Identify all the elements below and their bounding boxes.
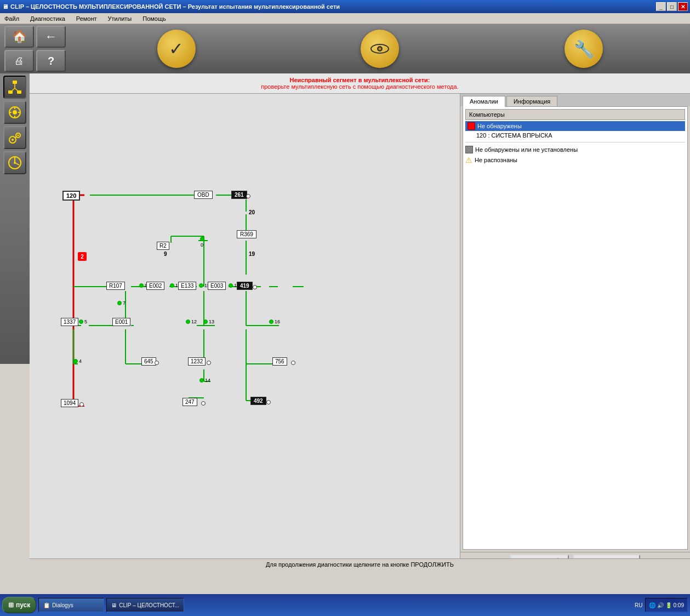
error-line1: Неисправный сегмент в мультиплексной сет…	[33, 77, 687, 83]
back-icon: ←	[45, 30, 57, 44]
sidebar-diagnostic-icon[interactable]	[3, 151, 26, 174]
check-icon: ✓	[169, 38, 184, 59]
tab-content: Компьютеры Не обнаружены 120 : СИСТЕМА В…	[463, 106, 688, 550]
menu-help[interactable]: Помощь	[140, 15, 168, 22]
menu-bar: Файл Диагностика Ремонт Утилиты Помощь	[0, 13, 690, 24]
node-13: 13	[203, 319, 214, 324]
menu-file[interactable]: Файл	[2, 15, 21, 22]
sidebar-network-icon[interactable]	[3, 76, 26, 99]
node-e003[interactable]: E003	[208, 282, 226, 290]
print-icon: 🖨	[14, 55, 24, 67]
right-panel: Аномалии Информация Компьютеры Не обнару…	[460, 94, 690, 569]
node-756-circle	[291, 361, 295, 365]
node-r369[interactable]: R369	[237, 230, 256, 238]
svg-rect-3	[13, 81, 17, 84]
legend-row-1: ⚠ Не распознаны	[465, 155, 685, 166]
sidebar-component-icon[interactable]	[3, 101, 26, 124]
home-button[interactable]: 🏠	[4, 26, 34, 48]
sidebar-gearbox-icon[interactable]	[3, 126, 26, 149]
hint-text: Для продолжения диагностики щелкните на …	[266, 561, 454, 568]
node-1094[interactable]: 1094	[61, 399, 78, 407]
node-19: 19	[249, 250, 255, 257]
close-button[interactable]: ✕	[678, 2, 688, 11]
node-120[interactable]: 120	[62, 191, 80, 201]
title-bar: 🖥 CLIP – ЦЕЛОСТНОСТЬ МУЛЬТИПЛЕКСИРОВАННО…	[0, 0, 690, 13]
node-20: 20	[249, 209, 255, 215]
app0-icon: 📋	[43, 602, 50, 608]
taskbar-right: RU 🌐 🔊 🔋 0:09	[635, 598, 688, 612]
taskbar-app-0[interactable]: 📋 Dialogys	[38, 598, 104, 612]
node-492-circle	[266, 400, 271, 404]
node-419[interactable]: 419	[237, 282, 253, 290]
windows-icon: ⊞	[8, 601, 14, 609]
legend-label-0: Не обнаружены или не установлены	[475, 146, 578, 153]
node-756[interactable]: 756	[272, 357, 287, 366]
computer-item-0[interactable]: Не обнаружены	[465, 121, 685, 131]
tabs: Аномалии Информация	[460, 94, 690, 106]
status-icon-red	[467, 122, 475, 130]
print-button[interactable]: 🖨	[4, 50, 34, 72]
network-diagram[interactable]: 120 OBD 261 20 R369	[30, 94, 460, 569]
node-645-circle	[155, 361, 159, 365]
node-r2[interactable]: R2	[157, 242, 169, 250]
svg-point-10	[13, 110, 17, 115]
home-icon: 🏠	[12, 30, 27, 44]
tab-info[interactable]: Информация	[506, 96, 557, 106]
back-button[interactable]: ←	[36, 26, 66, 48]
error-banner: Неисправный сегмент в мультиплексной сет…	[30, 73, 690, 94]
node-e133[interactable]: E133	[178, 282, 196, 290]
start-button[interactable]: ⊞ пуск	[2, 597, 36, 613]
computer-label-1: 120 : СИСТЕМА ВПРЫСКА	[476, 132, 552, 139]
maximize-button[interactable]: □	[667, 2, 677, 11]
help-button[interactable]: ?	[36, 50, 66, 72]
wrench-icon-button[interactable]: 🔧	[564, 30, 603, 68]
node-1094-circle	[79, 402, 84, 407]
node-14: 14	[199, 378, 210, 383]
node-r107[interactable]: R107	[106, 282, 125, 290]
menu-repair[interactable]: Ремонт	[74, 15, 99, 22]
hint-bar: Для продолжения диагностики щелкните на …	[30, 558, 690, 569]
check-icon-button[interactable]: ✓	[157, 30, 196, 68]
svg-point-2	[379, 48, 381, 50]
lang-label: RU	[635, 602, 642, 608]
computers-header: Компьютеры	[465, 109, 685, 120]
node-e001[interactable]: E001	[112, 318, 130, 326]
node-7: 7	[117, 300, 126, 306]
node-2-marker: 2	[78, 252, 87, 261]
node-5: 5	[79, 319, 87, 324]
volume-tray-icon: 🔊	[657, 602, 664, 608]
node-1337[interactable]: 1337	[61, 318, 78, 326]
app1-label: CLIP – ЦЕЛОСТНОСТ...	[119, 602, 179, 608]
sys-tray: 🌐 🔊 🔋 0:09	[645, 598, 688, 612]
menu-diagnostics[interactable]: Диагностика	[28, 15, 67, 22]
node-247-circle	[201, 401, 206, 406]
node-492[interactable]: 492	[250, 397, 266, 405]
node-obd[interactable]: OBD	[194, 191, 213, 199]
node-645[interactable]: 645	[141, 357, 156, 366]
computer-item-1[interactable]: 120 : СИСТЕМА ВПРЫСКА	[465, 131, 685, 140]
eye-icon-button[interactable]	[361, 30, 399, 68]
toolbar: 🏠 ← 🖨 ? ✓ 🔧	[0, 24, 690, 73]
minimize-button[interactable]: _	[656, 2, 666, 11]
svg-line-19	[15, 137, 16, 138]
separator	[465, 142, 685, 142]
legend-label-1: Не распознаны	[475, 157, 517, 163]
taskbar-app-1[interactable]: 🖥 CLIP – ЦЕЛОСТНОСТ...	[106, 598, 184, 612]
eye-icon	[370, 42, 390, 55]
svg-point-16	[12, 139, 14, 141]
error-line2: проверьте мультиплексную сеть с помощью …	[33, 83, 687, 90]
svg-point-18	[18, 135, 19, 136]
tab-anomaly[interactable]: Аномалии	[463, 96, 505, 107]
menu-utilities[interactable]: Утилиты	[106, 15, 134, 22]
node-e002[interactable]: E002	[146, 282, 164, 290]
svg-point-23	[14, 162, 16, 164]
node-0: 0	[200, 237, 204, 248]
help-icon: ?	[48, 55, 54, 67]
warning-icon: ⚠	[465, 156, 472, 164]
network-tray-icon: 🌐	[649, 602, 655, 608]
node-261[interactable]: 261	[231, 191, 247, 199]
node-1232[interactable]: 1232	[188, 357, 206, 366]
app-icon: 🖥	[2, 3, 8, 10]
taskbar: ⊞ пуск 📋 Dialogys 🖥 CLIP – ЦЕЛОСТНОСТ...…	[0, 594, 690, 616]
node-247[interactable]: 247	[183, 398, 197, 406]
